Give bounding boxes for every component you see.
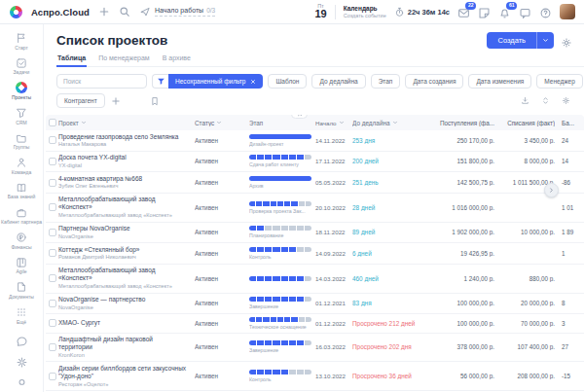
filter-chip[interactable]: Дата создания bbox=[405, 74, 463, 89]
user-avatar[interactable] bbox=[560, 4, 575, 19]
table-settings-gear-icon[interactable] bbox=[560, 94, 572, 107]
row-checkbox[interactable] bbox=[49, 158, 56, 165]
sort-caret-icon[interactable] bbox=[339, 120, 345, 125]
create-dropdown-caret[interactable] bbox=[537, 32, 554, 49]
table-row[interactable]: Коттедж «Стеклянный бор» Романов Дмитрий… bbox=[46, 243, 584, 265]
sidebar-item-team[interactable]: Команда bbox=[0, 154, 43, 179]
notes-button[interactable] bbox=[478, 6, 491, 18]
search-icon[interactable] bbox=[119, 6, 130, 18]
onboarding-link[interactable]: Начало работы 0/3 bbox=[139, 6, 215, 18]
sidebar-item-finance[interactable]: Финансы bbox=[0, 229, 43, 254]
project-title[interactable]: ХМАО- Сургут bbox=[58, 319, 187, 327]
table-row[interactable]: Металлообрабатывающий завод «Конспект» М… bbox=[46, 194, 584, 223]
sidebar-item-tasks[interactable]: Задачи bbox=[0, 54, 43, 80]
row-checkbox[interactable] bbox=[49, 203, 56, 211]
sort-caret-icon[interactable] bbox=[392, 120, 398, 125]
calendar-shortcut[interactable]: Календарь Создать событие bbox=[344, 5, 386, 18]
project-title[interactable]: 4-комнатная квартира №668 bbox=[58, 175, 187, 183]
filter-chip[interactable]: Дата изменения bbox=[468, 74, 531, 89]
select-all-checkbox[interactable] bbox=[49, 119, 56, 126]
project-title[interactable]: Коттедж «Стеклянный бор» bbox=[58, 246, 187, 254]
row-checkbox[interactable] bbox=[49, 319, 56, 327]
project-title[interactable]: Доска почета YX-digital bbox=[58, 154, 187, 161]
expense-value: 880,00 р. bbox=[494, 275, 555, 282]
row-checkbox[interactable] bbox=[49, 179, 56, 187]
row-checkbox[interactable] bbox=[49, 229, 56, 236]
row-checkbox[interactable] bbox=[49, 274, 56, 282]
row-checkbox[interactable] bbox=[49, 343, 56, 351]
project-title[interactable]: Дизайн серии биллбордов сети закусочных … bbox=[58, 365, 187, 380]
sidebar-item-knowledge-base[interactable]: База знаний bbox=[0, 179, 43, 204]
tab-по-менеджерам[interactable]: По менеджерам bbox=[97, 53, 150, 66]
extra-bottom-icon[interactable] bbox=[16, 377, 28, 390]
add-filter-icon[interactable] bbox=[110, 94, 123, 107]
collapse-header-button[interactable] bbox=[291, 115, 308, 119]
page-settings-icon[interactable] bbox=[561, 35, 572, 47]
integrations-gear-icon[interactable] bbox=[16, 356, 28, 369]
project-title[interactable]: Проведение газопровода село Землянка bbox=[58, 133, 187, 141]
column-header-start[interactable]: Начало bbox=[315, 120, 352, 126]
filter-chip[interactable]: Менеджер bbox=[536, 74, 583, 89]
save-filter-bookmark-icon[interactable] bbox=[149, 94, 162, 107]
support-chat-icon[interactable] bbox=[16, 335, 28, 347]
filter-chip-counterparty[interactable]: Контрагент bbox=[56, 93, 105, 108]
notifications-button[interactable]: 61 bbox=[498, 6, 511, 18]
filter-chip[interactable]: Шаблон bbox=[268, 74, 307, 89]
today-date[interactable]: Пт 19 bbox=[314, 4, 326, 20]
sidebar-item-more[interactable]: Ещё bbox=[0, 303, 43, 329]
row-checkbox[interactable] bbox=[49, 249, 56, 257]
row-checkbox[interactable] bbox=[49, 136, 56, 144]
work-timer[interactable]: 22ч 36м 14с bbox=[394, 7, 450, 18]
sort-caret-icon[interactable] bbox=[81, 120, 87, 125]
tab-в-архиве[interactable]: В архиве bbox=[162, 53, 192, 66]
sidebar-item-agile[interactable]: Agile bbox=[0, 254, 43, 279]
unsaved-filter-pill[interactable]: Несохраненный фильтр bbox=[168, 74, 263, 89]
create-button[interactable]: Создать bbox=[487, 32, 554, 49]
sidebar-item-documents[interactable]: Документы bbox=[0, 278, 43, 303]
filter-funnel-button[interactable] bbox=[152, 74, 168, 89]
table-row[interactable]: 4-комнатная квартира №668 Зубин Олег Евг… bbox=[46, 172, 584, 194]
column-header-project[interactable]: Проект bbox=[58, 120, 195, 126]
filter-chip[interactable]: До дедлайна bbox=[311, 74, 365, 89]
table-row[interactable]: NovaOrganise — партнерство NovaOrganise … bbox=[46, 294, 584, 315]
export-icon[interactable] bbox=[519, 94, 531, 107]
project-status: Активен bbox=[195, 275, 249, 282]
help-button[interactable] bbox=[539, 6, 552, 18]
sidebar-item-projects[interactable]: Проекты bbox=[0, 79, 43, 104]
project-title[interactable]: NovaOrganise — партнерство bbox=[58, 296, 187, 303]
project-subtitle: Зубин Олег Евгеньевич bbox=[58, 183, 187, 190]
column-header-deadline[interactable]: До дедлайна bbox=[352, 120, 436, 126]
tab-таблица[interactable]: Таблица bbox=[56, 53, 87, 67]
clear-filter-icon[interactable] bbox=[250, 79, 256, 85]
expand-collapse-icon[interactable] bbox=[539, 94, 552, 107]
scroll-right-button[interactable] bbox=[544, 183, 559, 197]
sidebar-item-crm[interactable]: CRM bbox=[0, 104, 43, 129]
project-title[interactable]: Ландшафтный дизайн парковой территории bbox=[58, 336, 187, 351]
quick-add-button[interactable] bbox=[98, 6, 110, 18]
search-input[interactable] bbox=[56, 74, 147, 89]
comments-button[interactable] bbox=[519, 6, 531, 18]
table-row[interactable]: Ландшафтный дизайн парковой территории K… bbox=[46, 334, 584, 363]
filter-toolbar: Несохраненный фильтр ШаблонДо дедлайнаЭт… bbox=[56, 74, 584, 108]
sidebar-item-start[interactable]: Старт bbox=[0, 29, 43, 54]
row-checkbox[interactable] bbox=[49, 373, 56, 380]
start-date: 20.10.2022 bbox=[315, 204, 352, 211]
column-header-status[interactable]: Статус bbox=[195, 120, 249, 126]
sort-caret-icon[interactable] bbox=[216, 120, 222, 125]
stage-label: Контроль bbox=[249, 376, 311, 382]
table-row[interactable]: Дизайн серии биллбордов сети закусочных … bbox=[46, 362, 584, 391]
project-title[interactable]: Металлообрабатывающий завод «Конспект» bbox=[58, 267, 187, 282]
project-title[interactable]: Партнеры NovaOrganise bbox=[58, 225, 187, 232]
table-row[interactable]: Металлообрабатывающий завод «Конспект» М… bbox=[46, 265, 584, 294]
filter-chip[interactable]: Этап bbox=[371, 74, 401, 89]
project-title[interactable]: Металлообрабатывающий завод «Конспект» bbox=[58, 196, 187, 211]
table-row[interactable]: Доска почета YX-digital YX-digital Актив… bbox=[46, 152, 584, 173]
table-row[interactable]: Партнеры NovaOrganise NovaOrganise Актив… bbox=[46, 223, 584, 244]
sidebar-item-partner-cabinet[interactable]: Кабинет партнера bbox=[0, 203, 43, 229]
table-row[interactable]: Проведение газопровода село Землянка Нат… bbox=[46, 130, 584, 152]
balance-value: 1 bbox=[555, 250, 584, 257]
row-checkbox[interactable] bbox=[49, 300, 56, 307]
messages-button[interactable]: 22 bbox=[457, 6, 470, 18]
sidebar-item-groups[interactable]: Группы bbox=[0, 129, 43, 155]
table-row[interactable]: ХМАО- Сургут Активен Техническое оснащен… bbox=[46, 314, 584, 334]
